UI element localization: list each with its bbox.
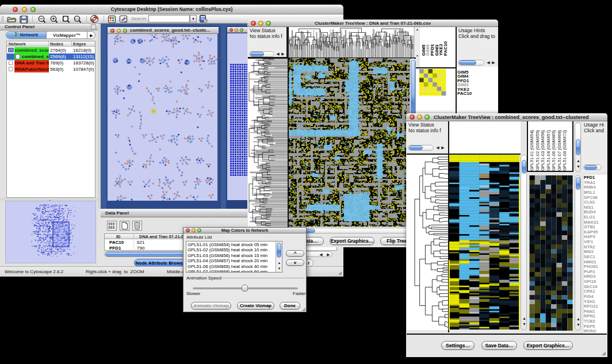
svg-text:GPL51-04 (GSM857): GPL51-04 (GSM857) xyxy=(546,130,551,171)
svg-text:GPL51-02 (GSM855): GPL51-02 (GSM855) xyxy=(535,130,540,171)
svg-text:GPL51-03 (GSM856): GPL51-03 (GSM856) xyxy=(540,130,545,171)
svg-text:GPL51-06 (GSM865): GPL51-06 (GSM865) xyxy=(551,130,556,171)
svg-text:PAC10: PAC10 xyxy=(443,41,448,56)
svg-text:GPL51-08 (GSM872): GPL51-08 (GSM872) xyxy=(562,130,567,171)
svg-text:GPL51-01 (GSM854): GPL51-01 (GSM854) xyxy=(529,130,534,171)
svg-text:GPL51-07 (GSM868): GPL51-07 (GSM868) xyxy=(557,130,562,171)
